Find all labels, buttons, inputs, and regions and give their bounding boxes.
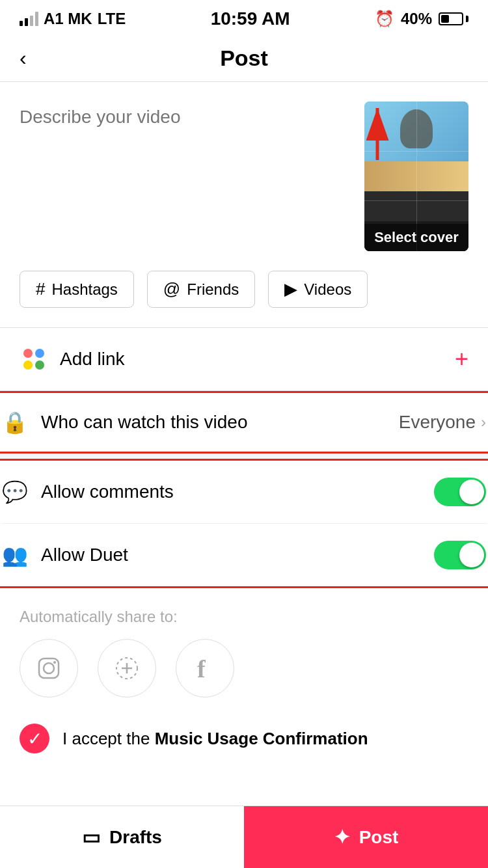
allow-comments-row: 💬 Allow comments xyxy=(2,461,486,523)
everyone-value: Everyone xyxy=(399,412,476,433)
allow-duet-left: 👥 Allow Duet xyxy=(2,543,128,567)
allow-comments-label: Allow comments xyxy=(41,481,174,502)
post-label: Post xyxy=(359,827,399,848)
status-time: 10:59 AM xyxy=(211,8,290,29)
lock-icon: 🔒 xyxy=(2,410,28,435)
instagram-icon xyxy=(36,655,62,681)
add-link-left: Add link xyxy=(20,345,125,373)
add-link-row: Add link + xyxy=(20,328,468,390)
allow-comments-left: 💬 Allow comments xyxy=(2,480,174,504)
svg-point-4 xyxy=(53,661,56,664)
section-divider xyxy=(0,454,488,459)
tag-buttons-row: # Hashtags @ Friends ▶ Videos xyxy=(20,271,468,308)
friends-label: Friends xyxy=(187,280,239,299)
nav-header: ‹ Post xyxy=(0,35,488,82)
drafts-icon: ▭ xyxy=(82,826,100,848)
status-left: A1 MK LTE xyxy=(20,10,126,28)
main-content: Select cover # Hashtags @ Friends xyxy=(0,82,488,308)
videos-button[interactable]: ▶ Videos xyxy=(268,271,368,308)
facebook-share-button[interactable]: f xyxy=(176,639,234,698)
drafts-label: Drafts xyxy=(109,827,162,848)
network-text: LTE xyxy=(98,10,126,28)
facebook-icon: f xyxy=(192,655,218,681)
music-acceptance-row: ✓ I accept the Music Usage Confirmation xyxy=(20,711,468,773)
music-prefix: I accept the xyxy=(62,729,155,748)
add-link-section: Add link + xyxy=(0,328,488,390)
share-label: Automatically share to: xyxy=(20,608,468,626)
settings-box: 💬 Allow comments 👥 Allow Duet xyxy=(0,459,488,588)
music-acceptance-text: I accept the Music Usage Confirmation xyxy=(62,729,368,749)
friends-button[interactable]: @ Friends xyxy=(147,271,255,308)
chevron-right-icon: › xyxy=(481,413,486,431)
link-dots-icon xyxy=(20,345,48,373)
who-can-watch-label: Who can watch this video xyxy=(41,412,248,433)
who-can-watch-row[interactable]: 🔒 Who can watch this video Everyone › xyxy=(0,393,488,452)
videos-label: Videos xyxy=(304,280,351,299)
at-icon: @ xyxy=(163,279,180,299)
play-icon: ▶ xyxy=(284,279,297,299)
carrier-text: A1 MK xyxy=(44,10,92,28)
hashtags-button[interactable]: # Hashtags xyxy=(20,271,134,308)
drafts-button[interactable]: ▭ Drafts xyxy=(0,806,244,868)
svg-point-3 xyxy=(44,663,54,673)
page-title: Post xyxy=(220,46,268,71)
watch-left: 🔒 Who can watch this video xyxy=(2,410,248,435)
settings-inner: 💬 Allow comments 👥 Allow Duet xyxy=(0,461,488,586)
select-cover-overlay[interactable]: Select cover xyxy=(364,224,468,251)
toggle-knob-duet xyxy=(459,543,484,567)
allow-duet-row: 👥 Allow Duet xyxy=(2,523,486,586)
add-social-button[interactable] xyxy=(98,639,156,698)
red-arrow-icon xyxy=(351,102,403,167)
allow-duet-toggle[interactable] xyxy=(434,541,486,569)
back-button[interactable]: ‹ xyxy=(20,46,27,70)
bottom-buttons: ▭ Drafts ✦ Post xyxy=(0,806,488,868)
accept-checkbox[interactable]: ✓ xyxy=(20,724,49,753)
hashtags-label: Hashtags xyxy=(51,280,117,299)
post-sparkle-icon: ✦ xyxy=(334,826,350,848)
battery-percent: 40% xyxy=(401,10,432,28)
svg-text:f: f xyxy=(197,655,206,681)
alarm-icon: ⏰ xyxy=(375,10,394,28)
allow-duet-label: Allow Duet xyxy=(41,545,128,565)
description-input[interactable] xyxy=(20,102,364,245)
battery-icon xyxy=(439,12,468,25)
comments-icon: 💬 xyxy=(2,480,28,504)
duet-icon: 👥 xyxy=(2,543,28,567)
instagram-share-button[interactable] xyxy=(20,639,78,698)
who-can-watch-box: 🔒 Who can watch this video Everyone › xyxy=(0,391,488,454)
allow-comments-toggle[interactable] xyxy=(434,478,486,506)
status-bar: A1 MK LTE 10:59 AM ⏰ 40% xyxy=(0,0,488,35)
select-cover-text: Select cover xyxy=(374,229,459,245)
toggle-knob-comments xyxy=(459,480,484,504)
checkmark-icon: ✓ xyxy=(27,728,42,750)
share-icons-row: f xyxy=(20,639,468,698)
add-link-label: Add link xyxy=(60,349,125,370)
status-right: ⏰ 40% xyxy=(375,10,468,28)
signal-bars-icon xyxy=(20,12,38,26)
music-bold: Music Usage Confirmation xyxy=(155,729,368,748)
add-link-plus-button[interactable]: + xyxy=(455,346,468,373)
add-circle-icon xyxy=(114,655,140,681)
auto-share-section: Automatically share to: xyxy=(20,588,468,711)
post-button[interactable]: ✦ Post xyxy=(244,806,488,868)
watch-right: Everyone › xyxy=(399,412,486,433)
share-section: Automatically share to: xyxy=(0,588,488,773)
hashtag-icon: # xyxy=(36,279,45,299)
svg-rect-2 xyxy=(39,658,59,678)
